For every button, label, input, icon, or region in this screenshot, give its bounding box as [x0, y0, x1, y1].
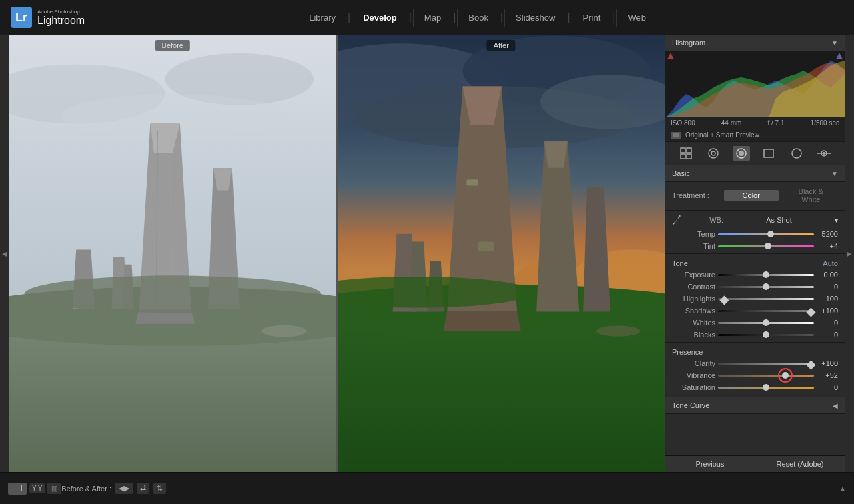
histogram-info: ISO 800 44 mm f / 7.1 1/500 sec: [665, 117, 845, 129]
preview-label: Original + Smart Preview: [685, 131, 759, 139]
shadows-label: Shadows: [672, 307, 715, 315]
right-panel-toggle[interactable]: ▶: [845, 35, 854, 472]
wb-row: WB: As Shot ▾: [665, 212, 845, 228]
color-btn[interactable]: Color: [724, 190, 779, 201]
view-mode-buttons: Y Y ▥: [8, 483, 61, 495]
clarity-value: +100: [817, 359, 838, 367]
vibrance-thumb[interactable]: [782, 372, 789, 379]
tone-curve-arrow[interactable]: ◀: [833, 402, 838, 409]
svg-rect-30: [466, 179, 478, 185]
svg-rect-48: [764, 149, 773, 157]
tint-slider[interactable]: [718, 245, 814, 247]
y-left[interactable]: Y: [32, 485, 37, 492]
filmstrip-btn[interactable]: ▥: [47, 483, 61, 494]
swap-right-btn[interactable]: ⇄: [137, 483, 149, 494]
auto-btn[interactable]: Auto: [823, 259, 838, 267]
swap-left-btn[interactable]: ◀▶: [115, 483, 133, 494]
basic-collapse-icon[interactable]: ▼: [831, 170, 838, 177]
nav-develop[interactable]: Develop: [352, 9, 408, 27]
develop-tool[interactable]: [733, 146, 750, 161]
previous-button[interactable]: Previous: [665, 456, 755, 472]
highlights-value: −100: [817, 295, 838, 303]
nav-book[interactable]: Book: [457, 9, 499, 27]
exposure-slider[interactable]: [718, 274, 814, 276]
treatment-row: Treatment : Color Black & White: [665, 182, 845, 209]
after-photo: [338, 35, 665, 472]
wb-label: WB:: [687, 216, 723, 224]
blacks-thumb[interactable]: [763, 331, 769, 338]
svg-rect-54: [13, 485, 22, 491]
wb-value: As Shot: [727, 216, 831, 224]
whites-thumb[interactable]: [763, 319, 769, 326]
temp-slider-row: Temp 5200: [665, 228, 845, 240]
shadows-slider[interactable]: [718, 310, 814, 312]
nav-links: Library | Develop | Map | Book | Slidesh…: [298, 9, 657, 27]
histogram-canvas: [665, 51, 845, 117]
clarity-thumb[interactable]: [806, 360, 815, 369]
adobe-label: Adobe Photoshop: [37, 9, 85, 15]
svg-point-44: [709, 149, 718, 158]
grid-tool[interactable]: [677, 146, 695, 161]
vibrance-slider-row: Vibrance +52: [665, 369, 845, 381]
clarity-label: Clarity: [672, 359, 715, 367]
svg-marker-29: [443, 311, 521, 331]
shadows-thumb[interactable]: [806, 307, 815, 317]
basic-panel-header: Basic ▼: [665, 165, 845, 182]
vibrance-slider[interactable]: [718, 375, 814, 377]
copy-settings-btn[interactable]: ⇅: [153, 483, 166, 494]
yy-btn-group: Y Y: [29, 483, 45, 493]
nav-library[interactable]: Library: [298, 9, 346, 27]
saturation-thumb[interactable]: [763, 384, 769, 391]
nav-slideshow[interactable]: Slideshow: [504, 9, 566, 27]
highlights-slider[interactable]: [718, 298, 814, 300]
svg-point-47: [739, 151, 744, 156]
saturation-slider[interactable]: [718, 387, 814, 389]
tint-label: Tint: [672, 242, 715, 250]
divider-2: [665, 253, 845, 254]
vibrance-label: Vibrance: [672, 371, 715, 379]
lr-icon: Lr: [11, 7, 32, 28]
exposure-thumb[interactable]: [763, 271, 769, 278]
temp-slider[interactable]: [718, 233, 814, 235]
tone-header: Tone Auto: [665, 255, 845, 269]
left-panel-toggle[interactable]: ◀: [0, 35, 9, 472]
after-panel: After: [338, 35, 665, 472]
reset-button[interactable]: Reset (Adobe): [755, 456, 845, 472]
before-label: Before: [155, 40, 190, 51]
nav-map[interactable]: Map: [413, 9, 452, 27]
before-panel: Before: [9, 35, 336, 472]
whites-slider[interactable]: [718, 322, 814, 324]
histogram-triangle-icon: ▼: [831, 39, 838, 47]
exposure-slider-row: Exposure 0.00: [665, 269, 845, 281]
grid-view-btn[interactable]: [8, 483, 27, 495]
nav-web[interactable]: Web: [616, 9, 657, 27]
focal-value: 44 mm: [721, 119, 742, 127]
crop-tool[interactable]: [705, 146, 722, 161]
contrast-thumb[interactable]: [763, 283, 769, 290]
bw-btn[interactable]: Black & White: [784, 186, 839, 205]
eyedropper-tool[interactable]: [672, 215, 683, 225]
clarity-slider[interactable]: [718, 363, 814, 365]
temp-thumb[interactable]: [767, 231, 774, 237]
before-after-controls: Before & After : ◀▶ ⇄ ⇅: [61, 483, 166, 494]
smart-preview-icon: [671, 132, 681, 139]
tint-slider-row: Tint +4: [665, 240, 845, 252]
circle-tool[interactable]: [788, 146, 805, 161]
zoom-controls: ▲: [839, 485, 846, 492]
svg-marker-33: [544, 141, 567, 168]
histogram-title: Histogram: [672, 39, 705, 47]
contrast-slider[interactable]: [718, 286, 814, 288]
highlights-thumb[interactable]: [720, 295, 729, 305]
y-right[interactable]: Y: [38, 485, 43, 492]
wb-dropdown-icon[interactable]: ▾: [835, 217, 838, 224]
basic-title: Basic: [672, 169, 690, 177]
rectangle-tool[interactable]: [760, 146, 777, 161]
nav-print[interactable]: Print: [572, 9, 612, 27]
center-area: Before: [9, 35, 665, 472]
tint-thumb[interactable]: [765, 243, 771, 249]
blacks-slider[interactable]: [718, 334, 814, 336]
exposure-label: Exposure: [672, 271, 715, 279]
basic-section: Basic ▼ Treatment : Color Black & White …: [665, 165, 845, 455]
adjustment-tool[interactable]: [815, 146, 833, 161]
presence-label: Presence: [672, 348, 703, 356]
